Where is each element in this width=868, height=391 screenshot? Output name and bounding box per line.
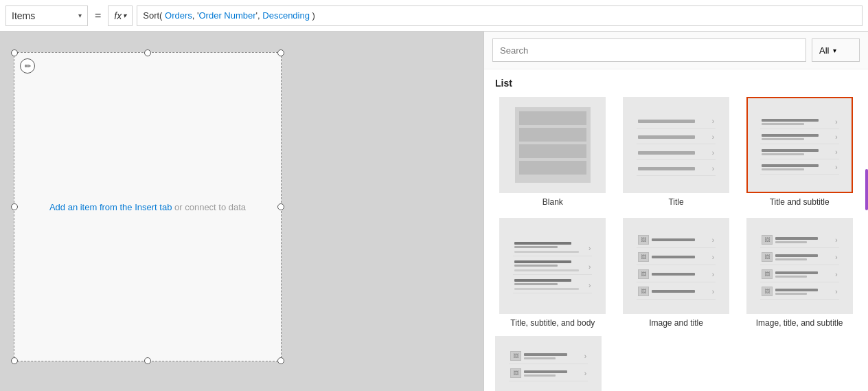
handle-tc[interactable] [144,49,151,56]
handle-bc[interactable] [144,357,151,364]
template-label-title-subtitle: Title and subtitle [770,197,830,207]
blank-row-2 [519,128,586,142]
blank-inner [515,107,591,183]
img-ts-arrow-1: › [835,236,837,244]
equals-sign: = [92,10,104,22]
template-preview-blank [499,97,606,193]
img-thumb-3: 🖼 [638,269,649,279]
fx-label: fx [114,10,122,21]
template-item-partial[interactable]: 🖼 › 🖼 [495,336,602,391]
template-preview-image-title-subtitle: 🖼 › 🖼 [746,218,853,314]
pencil-icon[interactable]: ✏ [20,58,35,74]
ts-row-1: › [760,115,839,129]
tsb-row-1: › [513,239,592,256]
tsb-arrow-3: › [589,282,591,289]
template-label-tsb: Title, subtitle, and body [510,318,595,328]
canvas-hint-text: Add an item from the Insert tab or conne… [49,202,246,212]
img-title-inner: 🖼 › 🖼 › [637,232,716,300]
handle-br[interactable] [277,357,284,364]
template-item-title[interactable]: › › [619,97,734,207]
img-thumb-1: 🖼 [638,235,649,245]
handle-tr[interactable] [277,49,284,56]
panel-content: List Blank [484,69,868,391]
title-arrow-4: › [712,165,714,172]
templates-grid-3: 🖼 › 🖼 [495,336,857,391]
img-ts-thumb-3: 🖼 [762,269,773,279]
img-arrow-2: › [712,254,714,261]
insert-tab-link[interactable]: Add an item from the Insert tab [49,202,172,212]
all-label: All [819,45,829,56]
img-ts-row-1: 🖼 › [760,232,839,248]
canvas-area: ✏ Add an item from the Insert tab or con… [0,32,483,391]
title-arrow-2: › [712,133,714,141]
template-item-title-subtitle[interactable]: › › [742,97,857,207]
template-preview-image-title: 🖼 › 🖼 › [623,218,729,314]
toolbar: Items ▾ = fx ▾ Sort( Orders, 'Order Numb… [0,0,868,32]
fx-button[interactable]: fx ▾ [108,5,133,26]
img-ts-arrow-3: › [835,271,837,278]
dropdown-arrow-icon: ▾ [78,12,82,19]
ts-arrow-2: › [835,133,837,141]
img-title-row-3: 🖼 › [637,267,716,282]
tsb-arrow-2: › [589,263,591,271]
handle-bl[interactable] [11,357,18,364]
template-label-title: Title [668,197,683,207]
template-preview-title-subtitle: › › [746,97,853,193]
img-ts-thumb-4: 🖼 [762,287,773,296]
img-arrow-3: › [712,271,714,278]
img-title-row-2: 🖼 › [637,249,716,265]
handle-mr[interactable] [277,203,284,210]
main-area: ✏ Add an item from the Insert tab or con… [0,32,868,391]
fx-dropdown-arrow: ▾ [123,12,126,19]
ts-row-2: › [760,131,839,144]
title-row-1: › [637,115,716,129]
title-arrow-1: › [712,118,714,125]
template-label-image-title: Image and title [649,318,703,328]
handle-ml[interactable] [11,203,18,210]
section-title-list: List [495,78,857,89]
template-label-image-title-subtitle: Image, title, and subtitle [756,318,843,328]
title-row-3: › [637,146,716,160]
panel-all-dropdown[interactable]: All ▾ [812,38,860,62]
ts-arrow-4: › [835,164,837,171]
right-panel: All ▾ List [483,32,868,391]
template-item-image-title[interactable]: 🖼 › 🖼 › [619,218,734,328]
img-thumb-4: 🖼 [638,287,649,296]
tsb-row-3: › [513,276,592,293]
title-row-4: › [637,162,716,176]
tsb-row-2: › [513,258,592,275]
panel-search-input[interactable] [492,38,806,62]
panel-search-row: All ▾ [484,32,868,69]
img-ts-row-2: 🖼 › [760,249,839,265]
template-item-tsb[interactable]: › › [495,218,610,328]
img-ts-arrow-4: › [835,288,837,295]
img-arrow-4: › [712,288,714,295]
tsb-inner: › › [513,239,592,293]
templates-grid-1: Blank › [495,97,857,207]
template-label-blank: Blank [542,197,563,207]
img-ts-row-3: 🖼 › [760,267,839,282]
img-title-row-1: 🖼 › [637,232,716,248]
template-item-blank[interactable]: Blank [495,97,610,207]
blank-row-3 [519,144,586,158]
tsb-arrow-1: › [589,245,591,252]
items-dropdown[interactable]: Items ▾ [5,5,88,26]
title-arrow-3: › [712,149,714,157]
formula-bar[interactable]: Sort( Orders, 'Order Number', Descending… [137,5,863,26]
title-inner: › › [637,115,716,176]
canvas-hint: Add an item from the Insert tab or conne… [49,202,246,212]
img-thumb-2: 🖼 [638,252,649,262]
ts-arrow-3: › [835,148,837,156]
template-item-image-title-subtitle[interactable]: 🖼 › 🖼 [742,218,857,328]
ts-arrow-1: › [835,118,837,126]
templates-grid-2: › › [495,218,857,328]
items-dropdown-label: Items [12,10,76,21]
img-title-row-4: 🖼 › [637,284,716,300]
img-ts-thumb-1: 🖼 [762,235,773,245]
handle-tl[interactable] [11,49,18,56]
all-dropdown-arrow: ▾ [833,47,836,54]
blank-row-4 [519,161,586,175]
canvas-frame[interactable]: ✏ Add an item from the Insert tab or con… [14,52,282,361]
formula-text: Sort( Orders, 'Order Number', Descending… [143,10,315,21]
title-sub-inner: › › [760,115,839,175]
